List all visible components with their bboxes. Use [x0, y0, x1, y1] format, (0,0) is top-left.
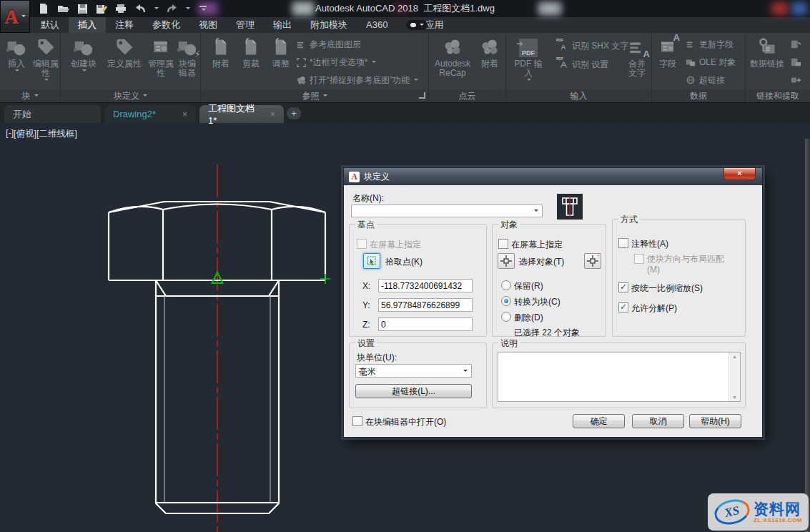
ribbon-tab-output[interactable]: 输出 [264, 17, 301, 33]
save-button[interactable] [76, 3, 89, 14]
panel-title-linking-extraction[interactable]: 链接和提取 [746, 89, 810, 102]
specify-on-screen-checkbox[interactable] [357, 239, 367, 249]
point-cloud-attach-button[interactable]: 附着 [476, 33, 503, 69]
snap-to-underlay-button[interactable]: 打开“捕捉到参考底图”功能 [295, 72, 418, 88]
ok-button[interactable]: 确定 [573, 414, 625, 428]
close-tab-icon[interactable]: × [270, 109, 275, 119]
z-coordinate-field[interactable] [378, 317, 473, 331]
scroll-up-icon[interactable]: ▲ [732, 354, 737, 359]
dialog-titlebar[interactable]: A 块定义 × [344, 168, 762, 185]
pick-point-button[interactable] [363, 253, 380, 269]
dialog-launcher-icon[interactable] [419, 92, 425, 99]
panel-title-data[interactable]: 数据 [652, 89, 745, 102]
upload-state-button[interactable] [790, 72, 801, 88]
canvas-scrollbar[interactable] [805, 139, 810, 532]
retain-radio[interactable] [501, 280, 511, 290]
panel-title-point-cloud[interactable]: 点云 [429, 89, 505, 102]
pdf-import-button[interactable]: ➜PDF PDF 输入 [512, 33, 545, 82]
adjust-button[interactable]: 调整 [267, 33, 295, 69]
qat-customize-button[interactable] [197, 3, 209, 14]
annotative-checkbox[interactable] [618, 238, 628, 248]
ribbon-tab-annotate[interactable]: 注释 [106, 17, 143, 33]
file-tab-bar: 开始 Drawing2* × 工程图文档1* × + [0, 102, 810, 123]
frames-option-button[interactable]: *边框可变选项* [295, 54, 376, 70]
open-file-button[interactable] [56, 3, 69, 14]
ribbon-tab-insert[interactable]: 插入 [69, 17, 106, 33]
manage-attributes-button[interactable]: 管理属性 [148, 33, 174, 78]
description-group: 说明 ▲▼ [492, 343, 746, 408]
autodesk-recap-button[interactable]: Autodesk ReCap [432, 33, 473, 78]
undo-button[interactable] [134, 3, 147, 14]
create-block-button[interactable]: 创建块 [66, 33, 101, 73]
file-tab-start[interactable]: 开始 [4, 105, 101, 123]
file-tab-drawing2[interactable]: Drawing2* × [104, 105, 196, 123]
select-objects-button[interactable] [498, 253, 515, 269]
new-tab-button[interactable]: + [287, 107, 301, 119]
recognition-settings-button[interactable]: PDF 识别 设置 [558, 56, 608, 72]
quick-access-toolbar [37, 0, 209, 17]
match-orientation-checkbox[interactable] [634, 254, 644, 264]
edit-attributes-button[interactable]: 编辑属性 [32, 33, 59, 82]
insert-block-button[interactable]: 插入 [3, 33, 30, 73]
delete-radio[interactable] [501, 312, 511, 322]
ribbon-tab-view[interactable]: 视图 [189, 17, 227, 33]
panel-title-block-definition[interactable]: 块定义 [61, 89, 200, 102]
description-scrollbar[interactable]: ▲▼ [728, 353, 740, 401]
scroll-down-icon[interactable]: ▼ [732, 395, 737, 400]
update-fields-button[interactable]: 更新字段 [685, 36, 734, 52]
undo-menu-caret[interactable] [154, 7, 159, 11]
objects-specify-on-screen-checkbox[interactable] [498, 239, 508, 249]
block-editor-button[interactable]: ⚡ 块编辑器 [175, 33, 199, 78]
help-button[interactable]: 帮助(H) [689, 414, 741, 428]
hyperlink-dialog-button[interactable]: 超链接(L)... [355, 384, 472, 398]
combine-text-icon: A [628, 36, 646, 57]
ribbon-tab-parametric[interactable]: 参数化 [143, 17, 189, 33]
base-point-group-title: 基点 [355, 219, 377, 231]
underlay-layers-button[interactable]: 参考底图图层 [295, 36, 361, 52]
panel-title-import[interactable]: 输入 [506, 89, 651, 102]
link-data-button[interactable] [790, 54, 801, 70]
ribbon-display-toggle[interactable] [406, 20, 428, 30]
objects-specify-on-screen-label: 在屏幕上指定 [511, 239, 563, 251]
redo-menu-caret[interactable] [186, 7, 190, 11]
define-attributes-button[interactable]: 定义属性 [102, 33, 147, 69]
clip-button[interactable]: 剪裁 [237, 33, 265, 69]
close-tab-icon[interactable]: × [182, 109, 187, 119]
chevron-down-icon[interactable] [530, 205, 542, 217]
ribbon-tab-a360[interactable]: A360 [357, 17, 397, 33]
chevron-down-icon[interactable] [459, 365, 471, 377]
block-unit-combobox[interactable]: 毫米 [355, 364, 472, 378]
allow-explode-checkbox[interactable] [618, 302, 628, 312]
ribbon-tab-addins[interactable]: 附加模块 [301, 17, 357, 33]
file-tab-current-document[interactable]: 工程图文档1* × [199, 105, 284, 123]
recognize-shx-button[interactable]: PDFA 识别 SHX 文字 [558, 38, 628, 54]
x-coordinate-field[interactable] [378, 279, 473, 292]
redo-button[interactable] [165, 3, 178, 14]
description-textarea[interactable]: ▲▼ [498, 352, 741, 402]
save-as-button[interactable] [95, 3, 108, 14]
ribbon-tab-home[interactable]: 默认 [31, 17, 69, 33]
convert-to-block-label: 转换为块(C) [514, 296, 560, 308]
ribbon-tab-manage[interactable]: 管理 [227, 17, 264, 33]
cancel-button[interactable]: 取消 [632, 414, 684, 428]
application-menu-button[interactable]: A [0, 0, 30, 33]
ole-object-button[interactable]: OLE 对象 [685, 54, 736, 70]
y-coordinate-field[interactable] [378, 298, 473, 312]
convert-to-block-radio[interactable] [501, 296, 511, 306]
uniform-scale-checkbox[interactable] [618, 282, 628, 292]
combine-text-button[interactable]: A 合并文字 [625, 33, 649, 78]
dialog-close-button[interactable]: × [723, 168, 756, 180]
attach-button[interactable]: 附着 [207, 33, 235, 69]
panel-title-block[interactable]: 块 [0, 89, 60, 102]
field-button[interactable]: A 字段 [655, 33, 681, 69]
panel-title-reference[interactable]: 参照 [201, 89, 428, 102]
hyperlink-button[interactable]: 超链接 [685, 72, 725, 88]
quick-select-button[interactable]: ⚡ [584, 253, 601, 269]
new-file-button[interactable] [37, 3, 50, 14]
select-objects-label: 选择对象(T) [519, 256, 564, 268]
plot-button[interactable] [114, 3, 127, 14]
block-name-combobox[interactable] [351, 205, 543, 217]
extract-data-button[interactable] [790, 36, 801, 52]
data-link-button[interactable]: 数据链接 [747, 33, 787, 69]
open-in-block-editor-checkbox[interactable] [352, 416, 362, 426]
